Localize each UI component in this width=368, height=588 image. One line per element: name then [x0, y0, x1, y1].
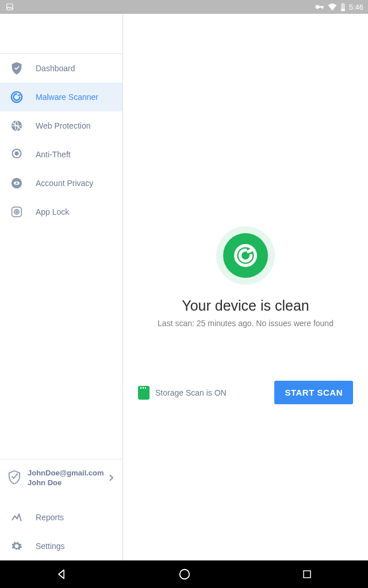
svg-rect-3 [322, 6, 323, 9]
sidebar-item-web-protection[interactable]: Web Protection [0, 111, 122, 140]
scanner-icon [10, 91, 23, 103]
account-name: John Doe [28, 478, 104, 488]
sidebar-item-label: Settings [36, 541, 65, 551]
svg-point-15 [14, 210, 19, 214]
sidebar-item-account-privacy[interactable]: Account Privacy [0, 169, 122, 198]
svg-rect-14 [12, 207, 22, 217]
svg-point-10 [16, 152, 18, 155]
sd-card-icon [138, 386, 150, 400]
sidebar-header-spacer [0, 14, 122, 54]
scan-status-badge [216, 226, 275, 285]
globe-shield-icon [10, 119, 23, 132]
picture-icon [6, 3, 14, 11]
android-status-bar: 5:46 [0, 0, 368, 14]
sidebar-item-anti-theft[interactable]: Anti-Theft [0, 140, 122, 169]
sidebar-item-reports[interactable]: Reports [0, 503, 122, 532]
svg-rect-4 [342, 3, 344, 4]
sidebar-item-dashboard[interactable]: Dashboard [0, 54, 122, 83]
svg-rect-6 [341, 9, 345, 10]
reports-icon [10, 511, 23, 524]
shield-check-icon [10, 62, 23, 75]
start-scan-button[interactable]: START SCAN [274, 381, 353, 404]
account-shield-icon [8, 470, 21, 486]
battery-icon [340, 3, 346, 11]
sidebar-account[interactable]: JohnDoe@gmail.com John Doe [0, 459, 122, 497]
eye-circle-icon [10, 177, 23, 189]
nav-back-button[interactable] [56, 568, 67, 580]
sidebar-item-label: Reports [36, 513, 64, 522]
storage-scan-toggle[interactable]: Storage Scan is ON [138, 386, 227, 400]
sidebar-item-malware-scanner[interactable]: Malware Scanner [0, 83, 122, 111]
location-icon [10, 148, 23, 161]
sidebar-item-label: Anti-Theft [36, 150, 71, 159]
key-icon [315, 3, 324, 10]
fingerprint-icon [10, 206, 23, 218]
android-nav-bar [0, 560, 368, 588]
sidebar-item-label: Web Protection [36, 121, 90, 130]
sidebar-item-app-lock[interactable]: App Lock [0, 198, 122, 226]
sidebar-item-label: Malware Scanner [36, 92, 98, 102]
sidebar-item-label: Dashboard [36, 64, 75, 73]
svg-point-16 [16, 211, 17, 212]
scanner-logo-icon [223, 233, 268, 278]
svg-point-18 [180, 570, 190, 579]
sidebar-item-label: App Lock [36, 207, 69, 216]
sidebar: Dashboard Malware Scanner Web Protection… [0, 14, 123, 560]
scan-status-subtitle: Last scan: 25 minutes ago. No issues wer… [158, 319, 334, 328]
gear-icon [10, 540, 23, 552]
storage-scan-label: Storage Scan is ON [155, 388, 227, 397]
nav-recent-button[interactable] [302, 569, 312, 579]
sidebar-item-settings[interactable]: Settings [0, 532, 122, 560]
status-time: 5:46 [349, 3, 363, 11]
scan-status-title: Your device is clean [182, 297, 309, 314]
svg-rect-19 [304, 571, 310, 578]
wifi-icon [328, 3, 337, 11]
svg-rect-0 [7, 4, 13, 10]
main-panel: Your device is clean Last scan: 25 minut… [123, 14, 368, 560]
sidebar-item-label: Account Privacy [36, 179, 93, 188]
svg-point-13 [16, 182, 17, 184]
chevron-right-icon [109, 473, 113, 483]
account-text: JohnDoe@gmail.com John Doe [28, 469, 104, 488]
account-email: JohnDoe@gmail.com [28, 469, 104, 478]
nav-home-button[interactable] [178, 568, 191, 581]
